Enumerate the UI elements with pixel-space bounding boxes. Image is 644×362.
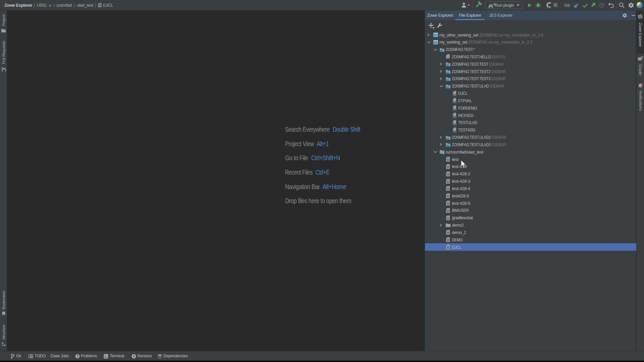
svg-text:DS: DS	[440, 50, 443, 52]
svg-text:MEM: MEM	[453, 124, 457, 125]
svg-text:DS: DS	[446, 137, 449, 140]
svg-text:DS: DS	[446, 64, 449, 66]
svg-text:DS: DS	[447, 57, 450, 59]
svg-text:DS: DS	[446, 71, 449, 74]
svg-text:MEM: MEM	[453, 102, 457, 103]
svg-text:DS: DS	[446, 144, 449, 147]
svg-text:Git:: Git:	[564, 3, 571, 8]
svg-text:MEM: MEM	[453, 94, 457, 96]
svg-text:DS: DS	[446, 79, 449, 81]
svg-text:MEM: MEM	[453, 116, 457, 118]
svg-text:MEM: MEM	[453, 109, 457, 111]
svg-text:Run plugin: Run plugin	[495, 3, 514, 8]
svg-text:DS: DS	[446, 86, 449, 88]
svg-text:MEM: MEM	[453, 131, 457, 133]
